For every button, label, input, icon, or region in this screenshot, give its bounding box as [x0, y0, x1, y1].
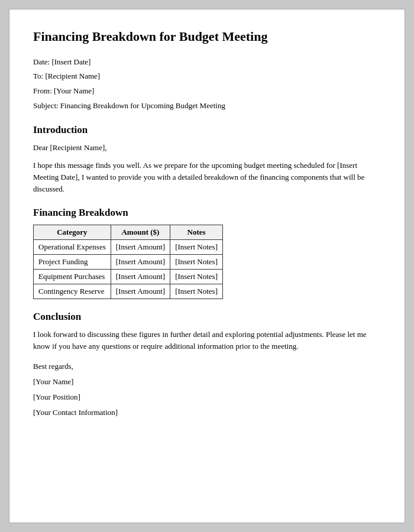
signature-block: Best regards, [Your Name] [Your Position… [33, 359, 381, 420]
signer-name: [Your Name] [33, 374, 381, 390]
table-row: Project Funding[Insert Amount][Insert No… [34, 255, 223, 270]
table-cell-r0-c0: Operational Expenses [34, 240, 111, 255]
conclusion-body: I look forward to discussing these figur… [33, 329, 381, 352]
col-header-category: Category [34, 225, 111, 240]
table-cell-r3-c2: [Insert Notes] [170, 284, 223, 299]
signer-contact: [Your Contact Information] [33, 405, 381, 420]
signer-position: [Your Position] [33, 390, 381, 405]
meta-to: To: [Recipient Name] [33, 70, 381, 83]
meta-from: From: [Your Name] [33, 85, 381, 98]
table-cell-r1-c2: [Insert Notes] [170, 255, 223, 270]
financing-table: Category Amount ($) Notes Operational Ex… [33, 225, 223, 299]
table-cell-r2-c1: [Insert Amount] [111, 270, 170, 284]
table-body: Operational Expenses[Insert Amount][Inse… [34, 240, 223, 299]
meta-subject: Subject: Financing Breakdown for Upcomin… [33, 100, 381, 112]
introduction-heading: Introduction [33, 124, 381, 136]
financing-heading: Financing Breakdown [33, 207, 381, 219]
table-row: Contingency Reserve[Insert Amount][Inser… [34, 284, 223, 299]
col-header-amount: Amount ($) [111, 225, 170, 240]
meta-date: Date: [Insert Date] [33, 56, 381, 69]
table-cell-r3-c1: [Insert Amount] [111, 284, 170, 299]
table-cell-r0-c2: [Insert Notes] [170, 240, 223, 255]
col-header-notes: Notes [170, 225, 223, 240]
intro-salutation: Dear [Recipient Name], [33, 142, 381, 154]
document-title: Financing Breakdown for Budget Meeting [33, 28, 381, 46]
table-header-row: Category Amount ($) Notes [34, 225, 223, 240]
table-cell-r1-c0: Project Funding [34, 255, 111, 270]
conclusion-heading: Conclusion [33, 311, 381, 323]
intro-body: I hope this message finds you well. As w… [33, 160, 381, 195]
document-page: Financing Breakdown for Budget Meeting D… [9, 9, 405, 523]
table-cell-r1-c1: [Insert Amount] [111, 255, 170, 270]
table-row: Operational Expenses[Insert Amount][Inse… [34, 240, 223, 255]
table-cell-r2-c2: [Insert Notes] [170, 270, 223, 284]
table-cell-r2-c0: Equipment Purchases [34, 270, 111, 284]
table-cell-r0-c1: [Insert Amount] [111, 240, 170, 255]
table-row: Equipment Purchases[Insert Amount][Inser… [34, 270, 223, 284]
table-cell-r3-c0: Contingency Reserve [34, 284, 111, 299]
sign-off: Best regards, [33, 359, 381, 374]
